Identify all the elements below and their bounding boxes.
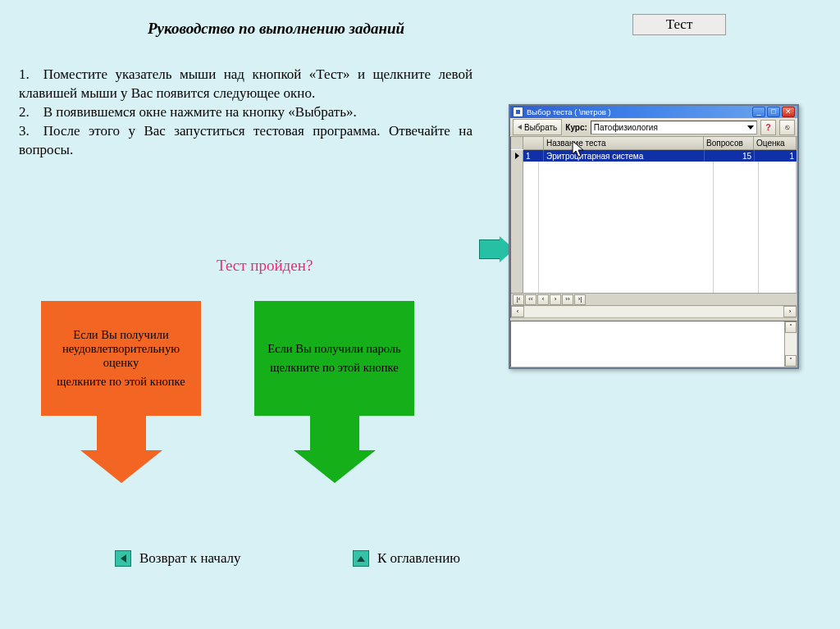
vertical-scrollbar[interactable]: ˄ ˅ (784, 321, 797, 367)
nav-next-page-icon[interactable]: ›› (562, 294, 573, 305)
choose-button[interactable]: Выбрать (513, 119, 562, 135)
scroll-down-icon[interactable]: ˅ (785, 355, 797, 367)
details-pane: ˄ ˅ (510, 321, 797, 367)
arrow-fail-line2: щелкните по этой кнопке (57, 375, 185, 389)
course-label: Курс: (565, 123, 587, 132)
close-button[interactable]: ✕ (782, 107, 795, 117)
horizontal-scrollbar[interactable]: ‹ › (511, 305, 797, 317)
page-title: Руководство по выполнению заданий (148, 20, 404, 38)
test-row[interactable]: 1 Эритроцитарная система 15 1 (523, 150, 797, 162)
maximize-button[interactable]: □ (767, 107, 780, 117)
nav-toc-label: К оглавлению (377, 550, 460, 567)
arrow-pass-line2: щелкните по этой кнопке (270, 361, 398, 375)
scroll-up-icon[interactable]: ˄ (785, 321, 797, 333)
test-selection-window: Выбор теста ( \петров ) _ □ ✕ Выбрать Ку… (509, 104, 799, 369)
nav-prev-page-icon[interactable]: ‹‹ (525, 294, 536, 305)
test-grid: Название теста Вопросов Оценка 1 Эритроц… (510, 137, 797, 318)
nav-back-label: Возврат к началу (139, 550, 241, 567)
course-select[interactable]: Патофизиология (591, 121, 757, 134)
row-name: Эритроцитарная система (544, 150, 705, 162)
triangle-up-icon (353, 550, 369, 567)
instruction-step-1: 1. Поместите указатель мыши над кнопкой … (19, 66, 472, 103)
nav-last-icon[interactable]: ›| (574, 294, 586, 305)
grid-header-name[interactable]: Название теста (544, 137, 704, 149)
row-score: 1 (755, 150, 797, 162)
instruction-step-2: 2. В появившемся окне нажмите на кнопку … (19, 103, 472, 122)
row-questions: 15 (705, 150, 755, 162)
triangle-left-icon (115, 550, 131, 567)
chevron-down-icon (747, 125, 754, 130)
scroll-left-icon[interactable]: ‹ (511, 306, 524, 317)
test-passed-question: Тест пройден? (217, 257, 313, 275)
test-button[interactable]: Тест (632, 14, 726, 35)
row-pointer-icon (511, 150, 523, 162)
minimize-button[interactable]: _ (752, 107, 765, 117)
arrow-fail-button[interactable]: Если Вы получили неудовлетворительную оц… (41, 301, 201, 483)
arrow-pass-line1: Если Вы получили пароль (267, 342, 400, 356)
choose-button-label: Выбрать (524, 123, 557, 132)
course-value: Патофизиология (594, 123, 658, 132)
arrow-pass-button[interactable]: Если Вы получили пароль щелкните по этой… (254, 301, 414, 483)
toolbar-help-icon[interactable]: ? (760, 120, 776, 135)
arrow-fail-line1: Если Вы получили неудовлетворительную оц… (48, 328, 194, 370)
record-nav-bar: |‹ ‹‹ ‹ › ›› ›| (511, 293, 797, 305)
grid-header-num[interactable] (523, 137, 544, 149)
row-num: 1 (523, 150, 544, 162)
nav-back-to-start[interactable]: Возврат к началу (115, 550, 241, 567)
grid-header-questions[interactable]: Вопросов (704, 137, 754, 149)
back-icon (518, 125, 522, 130)
nav-first-icon[interactable]: |‹ (513, 294, 524, 305)
instruction-step-3: 3. После этого у Вас запуститься тестова… (19, 122, 472, 160)
window-title: Выбор теста ( \петров ) (527, 107, 751, 116)
nav-prev-icon[interactable]: ‹ (537, 294, 549, 305)
instructions-text: 1. Поместите указатель мыши над кнопкой … (19, 66, 472, 160)
window-titlebar[interactable]: Выбор теста ( \петров ) _ □ ✕ (510, 106, 797, 118)
nav-to-contents[interactable]: К оглавлению (353, 550, 460, 567)
window-toolbar: Выбрать Курс: Патофизиология ? ⎋ (510, 118, 797, 137)
scroll-right-icon[interactable]: › (783, 306, 797, 317)
toolbar-exit-icon[interactable]: ⎋ (779, 120, 795, 135)
grid-header-score[interactable]: Оценка (754, 137, 797, 149)
nav-next-icon[interactable]: › (550, 294, 561, 305)
